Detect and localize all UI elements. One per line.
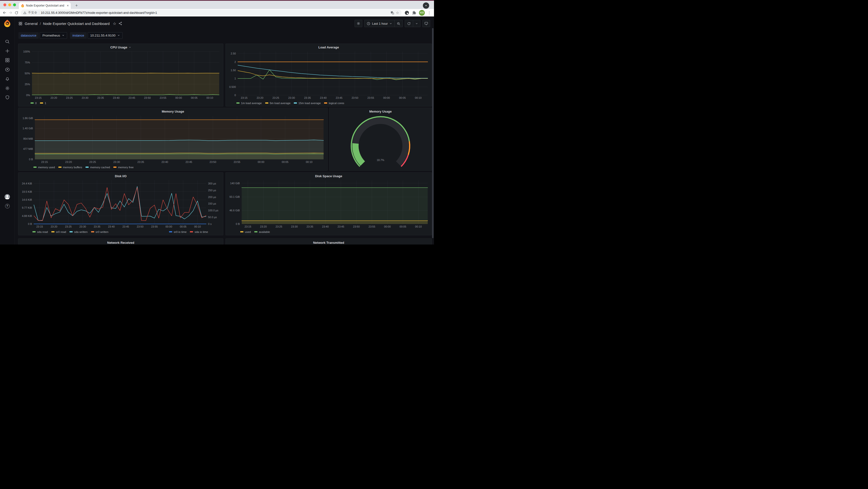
disk-io-chart[interactable]: 0 B4.88 KiB9.77 KiB14.6 KiB19.5 KiB24.4 … <box>20 179 222 230</box>
legend-item-memory-used[interactable]: memory used <box>33 166 55 169</box>
panel-title[interactable]: Disk I/O <box>19 173 223 179</box>
axis-tick-label: 00:10 <box>415 96 422 99</box>
dashboard-main: General / Node Exporter Quickstart and D… <box>14 17 434 244</box>
legend-item-sda-written[interactable]: sda written <box>69 230 88 233</box>
panel-title[interactable]: Load Average <box>226 45 432 50</box>
panel-title[interactable]: Memory Usage <box>330 109 432 114</box>
sidebar-item-help[interactable]: ? <box>4 203 10 209</box>
refresh-button[interactable] <box>405 20 413 27</box>
grafana-logo[interactable] <box>3 19 11 28</box>
grafana-sidebar: ? <box>0 17 14 244</box>
clock-icon <box>367 22 370 25</box>
panel-title[interactable]: Disk Space Usage <box>226 173 432 179</box>
breadcrumb-folder[interactable]: General <box>25 22 37 26</box>
legend-item-sr0-io-time[interactable]: sr0 io time <box>169 230 186 233</box>
axis-tick-label: 1 <box>235 77 236 80</box>
chart-canvas: 0 B477 MiB954 MiB1.40 GiB1.86 GiB23:1523… <box>20 114 326 164</box>
axis-tick-label: 23:35 <box>94 225 100 228</box>
breadcrumb: General / Node Exporter Quickstart and D… <box>19 21 122 26</box>
time-range-picker[interactable]: Last 1 hour <box>365 20 394 27</box>
extension-icon[interactable] <box>404 10 409 15</box>
legend-item-memory-free[interactable]: memory free <box>113 166 134 169</box>
sidebar-item-dashboards[interactable] <box>4 57 10 63</box>
legend-item-available[interactable]: available <box>254 230 270 233</box>
screen: Node Exporter Quickstart and × + ▼ 不安全 1… <box>0 0 434 244</box>
axis-tick-label: 0.500 <box>229 85 236 88</box>
close-window-button[interactable] <box>3 3 6 6</box>
axis-tick-label: 23:55 <box>367 96 374 99</box>
legend-item-used[interactable]: used <box>240 230 251 233</box>
chevron-down-icon <box>390 22 392 25</box>
security-warning-icon[interactable] <box>23 11 26 14</box>
axis-tick-label: 46.6 GiB <box>229 209 240 212</box>
legend-item-memory-cached[interactable]: memory cached <box>86 166 110 169</box>
legend-item-logical-cores[interactable]: logical cores <box>324 102 344 105</box>
browser-menu-icon[interactable]: ⋮ <box>428 11 431 15</box>
favorite-star-icon[interactable]: ☆ <box>113 21 116 26</box>
legend-item-sr0-read[interactable]: sr0 read <box>51 230 66 233</box>
variable-datasource: datasource Prometheus <box>19 32 67 39</box>
legend-item-1[interactable]: 1 <box>40 102 46 105</box>
reload-button[interactable] <box>14 11 19 15</box>
security-label[interactable]: 不安全 <box>28 11 37 15</box>
dashboard-title[interactable]: Node Exporter Quickstart and Dashboard <box>43 22 110 26</box>
window-controls[interactable] <box>3 3 16 6</box>
axis-tick-label: 23:45 <box>129 96 135 99</box>
disk-space-chart[interactable]: 0 B46.6 GiB93.1 GiB140 GiB23:1523:2023:2… <box>227 179 430 230</box>
legend-item-1m-load-average[interactable]: 1m load average <box>237 102 262 105</box>
legend-item-sr0-written[interactable]: sr0 written <box>91 230 108 233</box>
cpu-usage-chart[interactable]: 0%25%50%75%100%23:1523:2023:2523:3023:35… <box>20 50 222 101</box>
sidebar-user-avatar[interactable] <box>4 194 10 200</box>
datasource-dropdown[interactable]: Prometheus <box>40 32 67 39</box>
sidebar-item-create[interactable] <box>4 48 10 54</box>
instance-dropdown[interactable]: 10.211.55.4:9100 <box>88 32 123 39</box>
legend-item-5m-load-average[interactable]: 5m load average <box>265 102 290 105</box>
dashboard-settings-button[interactable] <box>354 20 362 27</box>
browser-profile-avatar[interactable]: 铭贤 <box>419 10 425 16</box>
sidebar-item-search[interactable] <box>4 39 10 44</box>
legend-item-sda-read[interactable]: sda read <box>32 230 48 233</box>
sidebar-item-alerting[interactable] <box>4 76 10 82</box>
legend-item-15m-load-average[interactable]: 15m load average <box>294 102 321 105</box>
panel-title[interactable]: Memory Usage <box>19 109 328 114</box>
tab-search-button[interactable]: ▼ <box>423 2 429 9</box>
panel-title[interactable]: CPU Usage <box>19 45 223 50</box>
disk-space-legend: usedavailable <box>226 230 432 235</box>
forward-button[interactable] <box>8 11 12 15</box>
dashboard-header: General / Node Exporter Quickstart and D… <box>14 17 434 31</box>
back-button[interactable] <box>2 11 6 15</box>
url-text[interactable]: 10.211.55.4:3000/d/GMmDFb77z/node-export… <box>41 11 389 14</box>
bookmark-star-icon[interactable]: ☆ <box>396 11 399 15</box>
extensions-puzzle-icon[interactable] <box>412 11 416 15</box>
cycle-view-mode-button[interactable] <box>423 20 430 27</box>
scrollbar-thumb[interactable] <box>432 28 434 238</box>
panel-memory-usage-gauge: Memory Usage 18.7% <box>329 108 432 171</box>
memory-usage-chart[interactable]: 0 B477 MiB954 MiB1.40 GiB1.86 GiB23:1523… <box>20 114 326 165</box>
axis-tick-label: 23:45 <box>336 96 342 99</box>
translate-icon[interactable]: G <box>391 11 394 15</box>
panel-title[interactable]: Network Received <box>19 240 223 244</box>
sidebar-item-explore[interactable] <box>4 67 10 72</box>
memory-usage-gauge[interactable]: 18.7% <box>331 114 430 170</box>
zoom-out-time-button[interactable] <box>394 20 403 27</box>
tab-close-icon[interactable]: × <box>67 4 69 7</box>
address-bar[interactable]: 不安全 10.211.55.4:3000/d/GMmDFb77z/node-ex… <box>21 10 402 16</box>
sidebar-item-configuration[interactable] <box>4 85 10 91</box>
zoom-window-button[interactable] <box>13 3 16 6</box>
share-icon[interactable] <box>118 22 122 25</box>
axis-tick-label: 00:10 <box>306 161 313 163</box>
refresh-interval-dropdown[interactable] <box>413 20 420 27</box>
legend-item-sda-io-time[interactable]: sda io time <box>190 230 208 233</box>
browser-tab[interactable]: Node Exporter Quickstart and × <box>19 2 71 9</box>
legend-item-memory-buffers[interactable]: memory buffers <box>58 166 82 169</box>
variable-label: datasource <box>19 32 39 39</box>
legend-item-0[interactable]: 0 <box>31 102 37 105</box>
sidebar-item-server-admin[interactable] <box>4 94 10 100</box>
axis-tick-label: 23:35 <box>97 96 104 99</box>
axis-tick-label: 250 µs <box>208 189 216 192</box>
new-tab-button[interactable]: + <box>73 3 80 8</box>
minimize-window-button[interactable] <box>8 3 11 6</box>
load-average-chart[interactable]: 00.50011.5022.5023:1523:2023:2523:3023:3… <box>227 50 430 101</box>
apps-grid-icon[interactable] <box>19 22 23 26</box>
panel-title[interactable]: Network Transmitted <box>226 240 432 244</box>
